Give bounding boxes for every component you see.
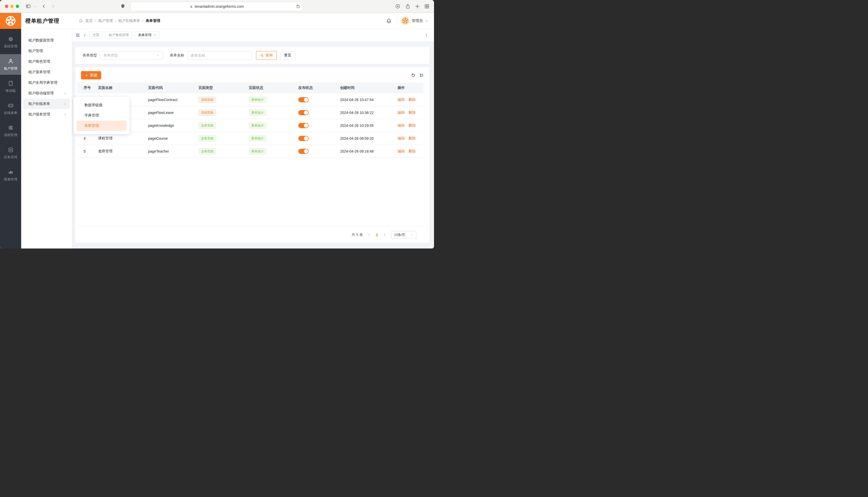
- close-icon[interactable]: [153, 34, 156, 37]
- delete-link[interactable]: 删除: [409, 97, 416, 102]
- type-badge: 流程页面: [198, 97, 216, 103]
- back-icon[interactable]: [41, 4, 46, 9]
- publish-toggle[interactable]: [298, 136, 308, 141]
- zoom-window-button[interactable]: [16, 5, 19, 8]
- breadcrumb-item[interactable]: 租户管理: [98, 18, 113, 23]
- sidebar-item-label: 租户管理: [4, 66, 17, 71]
- tab-tenant-role[interactable]: 租户角色管理: [105, 31, 132, 39]
- submenu-item-tenant[interactable]: 租户管理: [23, 46, 70, 56]
- publish-toggle[interactable]: [298, 123, 308, 128]
- create-button[interactable]: 新建: [81, 71, 101, 80]
- cell-seq: 4: [78, 136, 92, 141]
- submenu-item-menu[interactable]: 租户菜单管理: [23, 67, 70, 77]
- chevron-right-icon: [64, 102, 67, 106]
- avatar[interactable]: [401, 17, 409, 25]
- search-button[interactable]: 查询: [256, 51, 277, 60]
- delete-link[interactable]: 删除: [409, 110, 416, 115]
- next-page-icon[interactable]: [383, 233, 387, 237]
- sidebar-chevron-down-icon[interactable]: [33, 5, 37, 8]
- form-icon: [8, 103, 14, 109]
- toggle-sidebar-icon[interactable]: [26, 4, 31, 9]
- sliders-icon: [8, 125, 14, 131]
- cell-created: 2024-04-26 10:47:54: [334, 98, 391, 102]
- table-row: 4 课程管理 pageCourse 业务页面 表单设计 2024-04-26 0…: [78, 132, 424, 145]
- edit-link[interactable]: 编辑: [398, 149, 405, 154]
- publish-toggle[interactable]: [298, 97, 308, 102]
- publish-toggle[interactable]: [298, 110, 308, 115]
- flyout-item-form-management[interactable]: 表单管理: [77, 120, 126, 131]
- tab-overview-icon[interactable]: [424, 4, 430, 9]
- column-header-publish: 发布状态: [292, 86, 334, 90]
- flyout-item-dict[interactable]: 字典管理: [77, 110, 126, 120]
- sidebar-item-task[interactable]: 任务管理: [0, 143, 21, 164]
- submenu-item-label: 租户菜单管理: [28, 70, 50, 74]
- collapse-menu-icon[interactable]: [75, 33, 80, 38]
- header-actions: 管理员: [386, 17, 434, 25]
- delete-link[interactable]: 删除: [409, 136, 416, 141]
- sidebar-item-flow[interactable]: 流程管理: [0, 120, 21, 141]
- tabs-scroll-left-icon[interactable]: [83, 33, 87, 37]
- refresh-icon[interactable]: [411, 73, 415, 77]
- submenu-item-dict[interactable]: 租户全局字典管理: [23, 77, 70, 88]
- tab-label: 主页: [93, 33, 99, 38]
- forward-icon[interactable]: [51, 4, 56, 9]
- reload-icon[interactable]: [296, 4, 300, 9]
- address-bar[interactable]: tenantadmin.orangeforms.com: [130, 2, 303, 11]
- minimize-window-button[interactable]: [10, 5, 14, 8]
- reset-button[interactable]: 重置: [280, 51, 295, 60]
- publish-toggle[interactable]: [298, 149, 308, 154]
- form-name-input[interactable]: [187, 51, 252, 60]
- pagination: 共 5 条 1 10条/页: [78, 226, 428, 243]
- user-name[interactable]: 管理员: [412, 18, 423, 23]
- sidebar-item-report[interactable]: 报表管理: [0, 165, 21, 186]
- breadcrumb-separator: /: [95, 19, 96, 23]
- submenu-item-label: 租户数据源管理: [28, 38, 54, 43]
- tabs-scroll-right-icon[interactable]: [425, 33, 428, 37]
- cell-created: 2024-04-26 09:18:48: [334, 149, 391, 153]
- tab-home[interactable]: 主页: [89, 31, 103, 39]
- column-header-code: 页面代码: [142, 86, 192, 90]
- tab-form-management[interactable]: 表单管理: [135, 31, 160, 39]
- edit-link[interactable]: 编辑: [398, 123, 405, 128]
- status-badge: 表单设计: [249, 148, 266, 154]
- edit-link[interactable]: 编辑: [398, 136, 405, 141]
- column-settings-icon[interactable]: [419, 73, 424, 77]
- cell-code: pageFlowLeave: [142, 111, 192, 115]
- close-window-button[interactable]: [5, 5, 8, 8]
- sidebar-item-label: 报表管理: [4, 177, 17, 182]
- form-type-label: 表单类型: [83, 53, 97, 58]
- breadcrumb-home[interactable]: 首页: [85, 18, 93, 23]
- sidebar-item-system[interactable]: 系统管理: [0, 32, 21, 53]
- edit-link[interactable]: 编辑: [398, 110, 405, 115]
- user-chevron-down-icon[interactable]: [425, 19, 428, 23]
- submenu-item-report-mgmt[interactable]: 租户报表管理: [23, 109, 70, 119]
- chevron-down-icon: [156, 54, 160, 57]
- submenu-item-datasource[interactable]: 租户数据源管理: [23, 35, 70, 46]
- share-icon[interactable]: [405, 4, 411, 9]
- notification-bell-icon[interactable]: [386, 18, 392, 24]
- lock-icon: [190, 5, 193, 9]
- prev-page-icon[interactable]: [368, 233, 371, 237]
- submenu-item-label: 租户报表管理: [28, 112, 50, 117]
- new-tab-icon[interactable]: [415, 4, 420, 9]
- sidebar-item-tenant[interactable]: 租户管理: [0, 54, 21, 75]
- submenu-item-online-form[interactable]: 租户在线表单: [23, 99, 70, 109]
- delete-link[interactable]: 删除: [409, 149, 416, 154]
- privacy-shield-icon[interactable]: [120, 3, 125, 9]
- breadcrumb-item[interactable]: 租户在线表单: [119, 18, 140, 23]
- task-icon: [8, 147, 14, 153]
- page-size-select[interactable]: 10条/页: [391, 231, 416, 239]
- app-title: 橙单租户管理: [25, 17, 59, 25]
- delete-link[interactable]: 删除: [409, 123, 416, 128]
- submenu-item-role[interactable]: 租户角色管理: [23, 56, 70, 67]
- flyout-item-database-link[interactable]: 数据库链接: [77, 100, 126, 110]
- sidebar-item-mobile[interactable]: 移动端: [0, 76, 21, 97]
- edit-link[interactable]: 编辑: [398, 97, 405, 102]
- sidebar-item-online-form[interactable]: 在线表单: [0, 98, 21, 119]
- submenu-item-label: 租户在线表单: [28, 102, 50, 106]
- downloads-icon[interactable]: [395, 4, 400, 9]
- form-type-select[interactable]: 表单类型: [100, 51, 163, 60]
- submenu-item-mobile-mgmt[interactable]: 租户移动端管理: [23, 88, 70, 98]
- page-number[interactable]: 1: [376, 233, 378, 237]
- status-badge: 表单设计: [249, 110, 266, 116]
